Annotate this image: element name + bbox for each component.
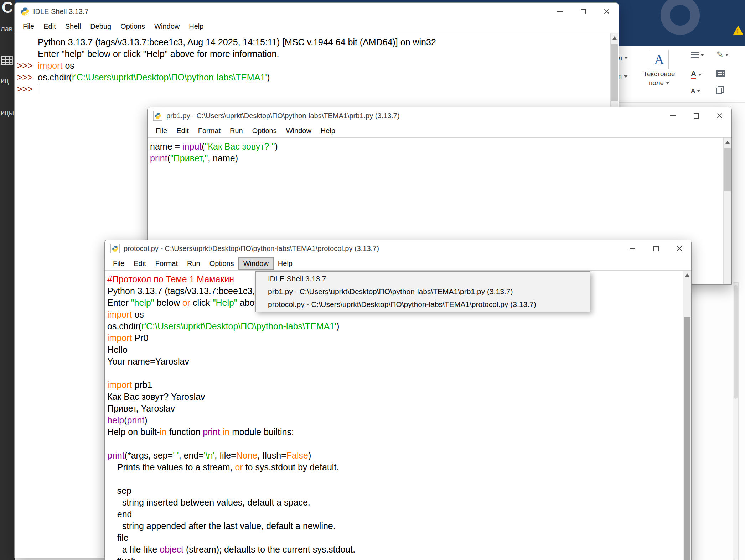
scrollbar-thumb[interactable] xyxy=(611,44,618,101)
ribbon-cut-label[interactable]: п xyxy=(618,73,627,80)
close-button[interactable] xyxy=(595,3,619,20)
code-token: name = xyxy=(150,141,182,151)
code-token: flush xyxy=(107,556,136,560)
titlebar[interactable]: prb1.py - C:\Users\uprkt\Desktop\ПО\pyth… xyxy=(148,107,731,124)
scrollbar[interactable] xyxy=(723,138,731,284)
code-token: #Протокол по Теме 1 Мамакин xyxy=(107,274,234,284)
ribbon-table-button[interactable] xyxy=(716,70,725,77)
code-token: Как Вас зовут? Yaroslav xyxy=(107,392,205,402)
rail-label-fragment[interactable]: иц xyxy=(1,77,9,85)
code-token: in xyxy=(160,427,166,437)
code-token: ' ' xyxy=(173,450,179,460)
menu-run[interactable]: Run xyxy=(182,258,205,269)
ribbon-copy-button[interactable] xyxy=(716,88,722,94)
ribbon-font-color-button[interactable]: А xyxy=(691,70,702,79)
editor-text-area[interactable]: #Протокол по Теме 1 МамакинPython 3.13.7… xyxy=(105,271,683,560)
code-line: os.chdir(r'C:\Users\uprkt\Desktop\ПО\pyt… xyxy=(107,320,683,332)
maximize-button[interactable] xyxy=(644,240,668,257)
menu-options[interactable]: Options xyxy=(248,125,281,137)
menu-shell[interactable]: Shell xyxy=(61,21,86,32)
menu-edit[interactable]: Edit xyxy=(172,125,193,137)
titlebar[interactable]: IDLE Shell 3.13.7 xyxy=(15,3,619,20)
code-line: sep xyxy=(107,485,683,497)
scroll-up-icon[interactable] xyxy=(612,36,617,40)
window-menu-item[interactable]: protocol.py - C:\Users\uprkt\Desktop\ПО\… xyxy=(256,298,590,311)
menu-format[interactable]: Format xyxy=(193,125,225,137)
window-title: protocol.py - C:\Users\uprkt\Desktop\ПО\… xyxy=(124,245,379,253)
scroll-up-icon[interactable] xyxy=(725,141,730,144)
window-menu-item[interactable]: IDLE Shell 3.13.7 xyxy=(256,272,590,285)
rail-label-fragment[interactable]: лав xyxy=(1,25,12,33)
menu-file[interactable]: File xyxy=(108,258,129,269)
menu-window[interactable]: Window xyxy=(150,21,184,32)
code-token: False xyxy=(286,450,308,460)
table-grid-icon[interactable] xyxy=(1,56,13,65)
textbox-gallery-button[interactable]: A Текстовое поле xyxy=(638,50,680,87)
titlebar[interactable]: protocol.py - C:\Users\uprkt\Desktop\ПО\… xyxy=(105,240,691,257)
minimize-icon xyxy=(630,248,635,249)
scrollbar-thumb[interactable] xyxy=(724,148,731,191)
menu-run[interactable]: Run xyxy=(225,125,248,137)
code-line xyxy=(107,367,683,379)
ribbon-lines-button[interactable] xyxy=(691,52,704,58)
code-token: click xyxy=(190,298,213,308)
code-token: , file= xyxy=(214,450,236,460)
code-token: to sys.stdout by default. xyxy=(243,462,339,472)
minimize-icon xyxy=(670,115,676,116)
menu-debug[interactable]: Debug xyxy=(86,21,116,32)
window-menu-item[interactable]: prb1.py - C:\Users\uprkt\Desktop\ПО\pyth… xyxy=(256,285,590,298)
textbox-label-top: Текстовое xyxy=(638,70,680,78)
close-button[interactable] xyxy=(708,107,731,124)
window-title: prb1.py - C:\Users\uprkt\Desktop\ПО\pyth… xyxy=(166,112,400,120)
code-token: print xyxy=(107,450,125,460)
ribbon-edit-button[interactable]: ✎ xyxy=(716,51,729,59)
minimize-button[interactable] xyxy=(548,3,571,20)
maximize-icon xyxy=(694,113,699,119)
warning-icon[interactable]: ! xyxy=(733,26,744,35)
scrollbar-thumb[interactable] xyxy=(684,317,690,560)
menu-help[interactable]: Help xyxy=(184,21,208,32)
menu-options[interactable]: Options xyxy=(116,21,150,32)
code-token: or xyxy=(182,298,190,308)
code-line: string appended after the last value, de… xyxy=(107,520,683,532)
menu-edit[interactable]: Edit xyxy=(129,258,150,269)
scroll-up-icon[interactable] xyxy=(685,273,689,277)
code-token xyxy=(220,427,223,437)
code-token: below xyxy=(154,298,182,308)
menu-help[interactable]: Help xyxy=(316,125,340,137)
close-icon xyxy=(716,112,723,119)
minimize-icon xyxy=(557,11,563,12)
menu-edit[interactable]: Edit xyxy=(39,21,60,32)
menu-format[interactable]: Format xyxy=(151,258,182,269)
rail-label-fragment[interactable]: ицы xyxy=(1,109,14,117)
scrollbar-thumb[interactable] xyxy=(734,285,738,399)
code-token: import xyxy=(107,333,132,343)
menu-help[interactable]: Help xyxy=(273,258,297,269)
code-line xyxy=(107,438,683,450)
code-token: ) xyxy=(308,450,311,460)
menu-file[interactable]: File xyxy=(18,21,39,32)
scrollbar[interactable] xyxy=(683,271,691,560)
maximize-button[interactable] xyxy=(684,107,708,124)
word-page-scrollbar[interactable] xyxy=(733,282,739,560)
code-token: os xyxy=(132,309,144,319)
code-token: end xyxy=(107,509,132,519)
minimize-button[interactable] xyxy=(661,107,684,124)
menu-file[interactable]: File xyxy=(151,125,172,137)
textbox-icon: A xyxy=(650,50,669,69)
menu-window[interactable]: Window xyxy=(239,258,273,269)
maximize-button[interactable] xyxy=(571,3,595,20)
code-token: ( xyxy=(202,141,205,151)
menu-window[interactable]: Window xyxy=(281,125,316,137)
ribbon-text-style-button[interactable]: А xyxy=(691,88,700,95)
ring-logo-icon xyxy=(661,0,700,35)
ribbon-cut-label[interactable]: л xyxy=(618,54,628,62)
code-token: Prints the values to a stream, xyxy=(107,462,235,472)
prompt: >>> xyxy=(17,72,35,83)
code-line: file xyxy=(107,532,683,544)
code-token: string inserted between values, default … xyxy=(107,497,310,507)
copy-icon xyxy=(716,88,722,94)
menu-options[interactable]: Options xyxy=(205,258,239,269)
close-button[interactable] xyxy=(668,240,691,257)
minimize-button[interactable] xyxy=(621,240,644,257)
